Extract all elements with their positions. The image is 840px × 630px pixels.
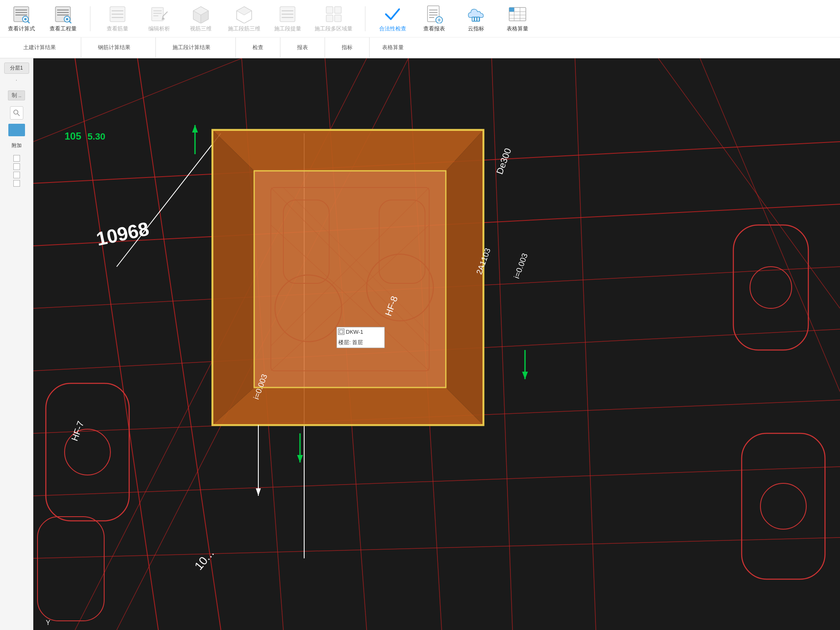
construction-3d-label: 施工段筋三维	[228, 25, 260, 32]
construction-qty-icon	[278, 5, 297, 23]
toolbar-construction-3d[interactable]: 施工段筋三维	[228, 5, 260, 32]
svg-point-13	[66, 18, 68, 20]
group-check: 检查	[236, 38, 280, 58]
legality-check-icon	[383, 5, 402, 23]
table-calc-icon	[508, 5, 527, 23]
svg-point-84	[760, 483, 806, 529]
layer-dot: ·	[16, 77, 17, 83]
svg-rect-80	[38, 517, 104, 621]
group-construction: 施工段计算结果	[156, 38, 236, 58]
svg-line-66	[33, 467, 840, 496]
toolbar-view-rebar[interactable]: 查看筋量	[103, 5, 132, 32]
sep2	[365, 6, 365, 31]
cloud-indicator-label: 云指标	[468, 25, 484, 32]
svg-marker-29	[237, 7, 252, 15]
left-sidebar: 分层1 · 制 .. 附加	[0, 58, 33, 630]
svg-marker-108	[297, 455, 303, 462]
table-calc-label: 表格算量	[507, 25, 528, 32]
group-rebar: 钢筋计算结果	[81, 38, 156, 58]
group-report: 报表	[280, 38, 325, 58]
annotation-de300: De300	[494, 147, 513, 175]
checkbox-4[interactable]	[13, 180, 20, 187]
view-3d-icon	[192, 5, 210, 23]
construction-qty-label: 施工段提量	[274, 25, 301, 32]
toolbar-edit-analysis[interactable]: 编辑析析	[145, 5, 174, 32]
toolbar-construction-qty[interactable]: 施工段提量	[273, 5, 302, 32]
construction-multizone-label: 施工段多区域量	[315, 25, 352, 32]
view-quantity-icon	[54, 5, 72, 23]
svg-rect-83	[742, 433, 825, 579]
search-area[interactable]	[10, 106, 23, 120]
checkbox-3[interactable]	[13, 172, 20, 178]
layer-label[interactable]: 分层1	[4, 62, 29, 74]
svg-rect-34	[326, 7, 333, 13]
svg-line-85	[117, 133, 221, 267]
svg-rect-18	[152, 8, 163, 21]
svg-line-5	[28, 21, 30, 23]
toolbar-cloud-indicator[interactable]: 云指标	[461, 5, 490, 32]
toolbar-view-3d[interactable]: 视筋三维	[186, 5, 215, 32]
svg-point-6	[24, 18, 27, 20]
annotation-530: 5.30	[88, 131, 105, 142]
legality-check-label: 合法性检查	[379, 25, 406, 32]
search-icon	[13, 109, 20, 117]
svg-rect-92	[254, 171, 446, 388]
toolbar-table-calc[interactable]: 表格算量	[503, 5, 532, 32]
svg-rect-37	[335, 15, 341, 22]
toolbar-group-labels: 土建计算结果 钢筋计算结果 施工段计算结果 检查 报表 指标 表格算量	[0, 38, 840, 58]
svg-point-57	[14, 110, 18, 114]
sep1	[90, 6, 90, 31]
svg-line-73	[33, 58, 242, 142]
svg-rect-48	[475, 18, 476, 21]
view-calc-icon	[12, 5, 30, 23]
control-label[interactable]: 制 ..	[8, 90, 25, 100]
svg-line-61	[75, 58, 158, 630]
annotation-10968: 10968	[94, 218, 151, 250]
cad-svg: 105 5.30 10968 HF-8 HF-7 De300 i=0.003 2…	[33, 58, 840, 630]
construction-multizone-icon	[325, 5, 343, 23]
toolbar-view-calc[interactable]: 查看计算式	[7, 5, 36, 32]
svg-marker-88	[212, 130, 483, 171]
svg-line-12	[69, 21, 71, 23]
svg-line-70	[492, 58, 512, 630]
view-rebar-label: 查看筋量	[107, 25, 128, 32]
svg-rect-56	[509, 8, 514, 12]
svg-marker-91	[446, 130, 483, 425]
svg-line-76	[658, 58, 840, 308]
view-rebar-icon	[108, 5, 127, 23]
annotation-105: 105	[65, 130, 81, 142]
view-calc-label: 查看计算式	[8, 25, 35, 32]
svg-line-58	[18, 114, 20, 116]
view-report-icon	[425, 5, 443, 23]
fuijia-label: 附加	[12, 142, 22, 149]
svg-line-62	[138, 58, 221, 630]
edit-analysis-label: 编辑析析	[148, 25, 170, 32]
svg-marker-112	[256, 488, 261, 496]
svg-rect-35	[335, 7, 341, 13]
cloud-indicator-icon	[467, 5, 485, 23]
svg-rect-47	[472, 18, 474, 21]
checkbox-2[interactable]	[13, 163, 20, 170]
annotation-i003-right: i=0.003	[512, 252, 529, 280]
toolbar-icon-row: 查看计算式 查看工程量	[0, 0, 840, 38]
toolbar-view-report[interactable]: 查看报表	[420, 5, 449, 32]
svg-marker-110	[522, 372, 528, 379]
annotation-bottom: 10...	[192, 547, 217, 572]
group-indicator: 指标	[325, 38, 370, 58]
view-report-label: 查看报表	[423, 25, 445, 32]
svg-marker-106	[192, 125, 198, 132]
view-quantity-label: 查看工程量	[50, 25, 77, 32]
edit-analysis-icon	[150, 5, 168, 23]
view-3d-label: 视筋三维	[190, 25, 212, 32]
checkbox-group	[13, 155, 20, 187]
svg-marker-90	[212, 130, 254, 425]
cad-canvas[interactable]: 105 5.30 10968 HF-8 HF-7 De300 i=0.003 2…	[33, 58, 840, 630]
toolbar-construction-multizone[interactable]: 施工段多区域量	[315, 5, 352, 32]
tooltip-line2: 楼层: 首层	[338, 339, 363, 345]
group-earthwork: 土建计算结果	[7, 38, 81, 58]
main-area: 分层1 · 制 .. 附加	[0, 58, 840, 630]
toolbar: 查看计算式 查看工程量	[0, 0, 840, 58]
toolbar-legality-check[interactable]: 合法性检查	[378, 5, 407, 32]
checkbox-1[interactable]	[13, 155, 20, 162]
toolbar-view-quantity[interactable]: 查看工程量	[48, 5, 78, 32]
